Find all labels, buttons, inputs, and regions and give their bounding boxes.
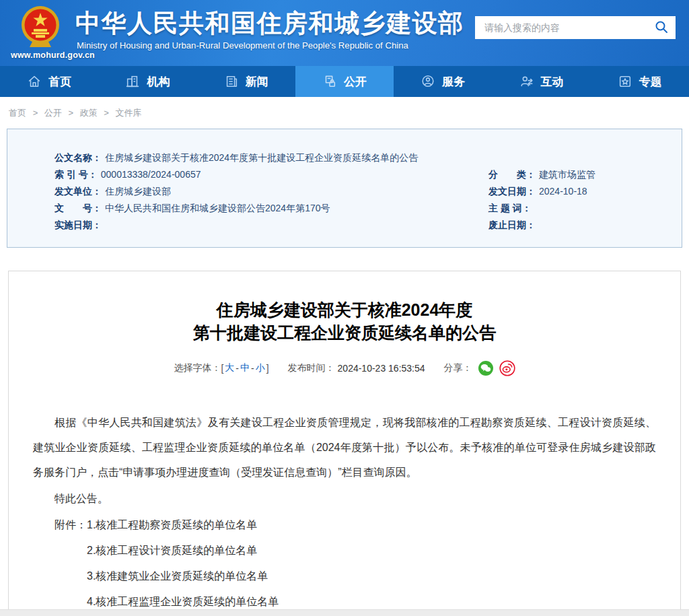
nav-label: 公开 xyxy=(344,74,367,90)
meta-label: 发文单位： xyxy=(55,183,102,200)
article-body: 根据《中华人民共和国建筑法》及有关建设工程企业资质管理规定，现将我部核准的工程勘… xyxy=(33,410,656,611)
topic-icon xyxy=(618,74,632,89)
search-button[interactable] xyxy=(647,16,676,39)
nav-item-service[interactable]: 服务 xyxy=(394,66,492,97)
article-title-line2: 第十批建设工程企业资质延续名单的公告 xyxy=(33,321,656,344)
meta-label: 主 题 词： xyxy=(488,200,532,217)
nav-label: 服务 xyxy=(442,74,465,90)
meta-value: 住房城乡建设部关于核准2024年度第十批建设工程企业资质延续名单的公告 xyxy=(105,149,418,166)
meta-value: 建筑市场监管 xyxy=(539,166,595,183)
search-box xyxy=(475,16,676,39)
news-icon xyxy=(224,74,239,89)
bracket: ] xyxy=(266,363,269,374)
nav-label: 机构 xyxy=(147,74,170,90)
breadcrumb-item-policy[interactable]: 政策 xyxy=(80,108,98,118)
share-group: 分享： xyxy=(444,360,515,376)
font-size-large[interactable]: 大 xyxy=(225,362,234,374)
nav-label: 专题 xyxy=(639,74,662,90)
site-title: 中华人民共和国住房和城乡建设部 xyxy=(75,7,464,40)
font-size-selector: 选择字体： [ 大 - 中 - 小 ] xyxy=(174,362,268,374)
article-paragraph: 根据《中华人民共和国建筑法》及有关建设工程企业资质管理规定，现将我部核准的工程勘… xyxy=(33,410,656,485)
meta-label: 公文名称： xyxy=(55,149,102,166)
nav-item-organization[interactable]: 机构 xyxy=(98,66,196,97)
search-input[interactable] xyxy=(475,16,647,39)
publish-time-label: 发布时间： xyxy=(288,362,335,374)
attachments-block: 附件： 1.核准工程勘察资质延续的单位名单 2.核准工程设计资质延续的单位名单 … xyxy=(55,512,656,611)
home-icon xyxy=(27,74,42,89)
meta-row-name: 公文名称： 住房城乡建设部关于核准2024年度第十批建设工程企业资质延续名单的公… xyxy=(55,149,682,166)
nav-item-disclosure[interactable]: 公开 xyxy=(295,66,394,97)
attachment-link-3[interactable]: 3.核准建筑业企业资质延续的单位名单 xyxy=(87,563,279,589)
bracket: [ xyxy=(221,363,223,374)
article-paragraph: 特此公告。 xyxy=(33,486,656,511)
meta-label: 实施日期： xyxy=(55,217,102,234)
nav-item-home[interactable]: 首页 xyxy=(0,66,98,97)
interaction-icon xyxy=(519,74,534,89)
disclosure-icon xyxy=(322,74,337,89)
service-icon xyxy=(421,74,435,89)
main-nav: 首页 机构 新闻 公开 xyxy=(0,66,689,97)
publish-time-value: 2024-10-23 16:53:54 xyxy=(338,363,425,374)
nav-item-news[interactable]: 新闻 xyxy=(197,66,295,97)
nav-item-interaction[interactable]: 互动 xyxy=(492,66,590,97)
nav-label: 互动 xyxy=(541,74,564,90)
document-meta-box: 公文名称： 住房城乡建设部关于核准2024年度第十批建设工程企业资质延续名单的公… xyxy=(7,129,682,248)
organization-icon xyxy=(125,74,140,89)
attachments-label: 附件： xyxy=(55,512,87,611)
share-label: 分享： xyxy=(444,362,472,374)
nav-item-topic[interactable]: 专题 xyxy=(591,66,689,97)
meta-row: 索 引 号： 000013338/2024-00657 分 类： 建筑市场监管 xyxy=(55,166,682,183)
font-size-label: 选择字体： xyxy=(174,362,221,374)
breadcrumb-item-home[interactable]: 首页 xyxy=(9,108,26,118)
breadcrumb-separator: > xyxy=(68,108,73,118)
site-subtitle: Ministry of Housing and Urban-Rural Deve… xyxy=(77,40,408,50)
meta-label: 索 引 号： xyxy=(55,166,98,183)
meta-value: 住房城乡建设部 xyxy=(105,183,171,200)
article-title: 住房城乡建设部关于核准2024年度 第十批建设工程企业资质延续名单的公告 xyxy=(33,298,656,344)
site-header: www.mohurd.gov.cn 中华人民共和国住房和城乡建设部 Minist… xyxy=(0,0,689,66)
meta-value: 000013338/2024-00657 xyxy=(101,166,201,183)
article-title-line1: 住房城乡建设部关于核准2024年度 xyxy=(33,298,656,321)
meta-row: 文 号： 中华人民共和国住房和城乡建设部公告2024年第170号 主 题 词： xyxy=(55,200,682,217)
breadcrumb-item-disclosure[interactable]: 公开 xyxy=(44,108,62,118)
nav-label: 首页 xyxy=(48,74,71,90)
weibo-icon[interactable] xyxy=(499,360,515,376)
attachment-link-2[interactable]: 2.核准工程设计资质延续的单位名单 xyxy=(87,538,279,563)
meta-label: 分 类： xyxy=(488,166,536,183)
nav-label: 新闻 xyxy=(246,74,268,90)
article-card: 住房城乡建设部关于核准2024年度 第十批建设工程企业资质延续名单的公告 选择字… xyxy=(8,271,681,611)
meta-row: 发文单位： 住房城乡建设部 发文日期： 2024-10-18 xyxy=(55,183,682,200)
national-emblem-icon xyxy=(20,5,61,50)
meta-label: 废止日期： xyxy=(488,217,536,234)
meta-value: 2024-10-18 xyxy=(539,183,587,200)
meta-label: 发文日期： xyxy=(488,183,536,200)
font-size-sep: - xyxy=(235,363,239,374)
breadcrumb-separator: > xyxy=(33,108,38,118)
breadcrumb-item-library[interactable]: 文件库 xyxy=(116,108,142,118)
breadcrumb-separator: > xyxy=(104,108,109,118)
article-meta-bar: 选择字体： [ 大 - 中 - 小 ] 发布时间： 2024-10-23 16:… xyxy=(33,360,656,376)
wechat-icon[interactable] xyxy=(478,360,494,376)
search-icon xyxy=(654,20,669,36)
attachment-link-4[interactable]: 4.核准工程监理企业资质延续的单位名单 xyxy=(87,589,279,611)
meta-row: 实施日期： 废止日期： xyxy=(55,217,682,234)
font-size-medium[interactable]: 中 xyxy=(240,362,250,374)
meta-value: 中华人民共和国住房和城乡建设部公告2024年第170号 xyxy=(105,200,330,217)
font-size-sep: - xyxy=(251,363,254,374)
attachment-link-1[interactable]: 1.核准工程勘察资质延续的单位名单 xyxy=(87,512,279,538)
font-size-small[interactable]: 小 xyxy=(256,362,265,374)
publish-time-group: 发布时间： 2024-10-23 16:53:54 xyxy=(288,362,425,374)
meta-label: 文 号： xyxy=(55,200,102,217)
site-url: www.mohurd.gov.cn xyxy=(11,50,95,60)
footer-strip xyxy=(0,609,689,616)
breadcrumb: 首页 > 公开 > 政策 > 文件库 xyxy=(0,97,689,125)
